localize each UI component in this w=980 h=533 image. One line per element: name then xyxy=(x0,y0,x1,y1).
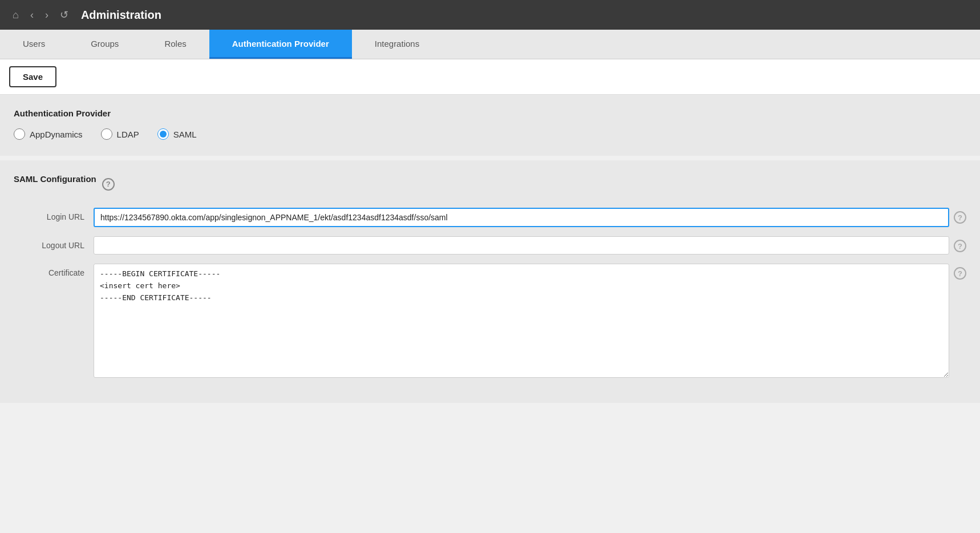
certificate-help-icon[interactable]: ? xyxy=(954,267,966,280)
login-url-field-wrap: ? xyxy=(94,208,966,227)
back-icon[interactable]: ‹ xyxy=(27,7,37,23)
logout-url-label: Logout URL xyxy=(14,236,94,250)
logout-url-input[interactable] xyxy=(94,236,949,255)
logout-url-help-icon[interactable]: ? xyxy=(954,240,966,252)
logout-url-row: Logout URL ? xyxy=(14,236,966,255)
radio-saml-input[interactable] xyxy=(157,128,169,140)
certificate-label: Certificate xyxy=(14,264,94,277)
login-url-label: Login URL xyxy=(14,208,94,221)
tab-users[interactable]: Users xyxy=(0,30,68,59)
saml-title: SAML Configuration xyxy=(14,174,96,184)
radio-ldap-input[interactable] xyxy=(101,128,112,140)
radio-ldap-label: LDAP xyxy=(117,130,139,139)
tab-roles[interactable]: Roles xyxy=(141,30,209,59)
saml-section: SAML Configuration ? Login URL ? Logout … xyxy=(0,160,980,403)
login-url-input[interactable] xyxy=(94,208,949,227)
refresh-icon[interactable]: ↺ xyxy=(56,6,72,23)
auth-provider-title: Authentication Provider xyxy=(14,108,966,118)
certificate-field-wrap: ? xyxy=(94,264,966,378)
tab-bar: Users Groups Roles Authentication Provid… xyxy=(0,30,980,59)
radio-appdynamics-input[interactable] xyxy=(14,128,25,140)
certificate-textarea[interactable] xyxy=(94,264,949,378)
radio-ldap[interactable]: LDAP xyxy=(101,128,139,140)
logout-url-field-wrap: ? xyxy=(94,236,966,255)
saml-title-row: SAML Configuration ? xyxy=(14,174,966,194)
page-title: Administration xyxy=(81,9,161,22)
tab-groups[interactable]: Groups xyxy=(68,30,141,59)
radio-appdynamics[interactable]: AppDynamics xyxy=(14,128,83,140)
certificate-row: Certificate ? xyxy=(14,264,966,378)
toolbar: Save xyxy=(0,59,980,95)
top-bar: ⌂ ‹ › ↺ Administration xyxy=(0,0,980,30)
radio-saml-label: SAML xyxy=(173,130,197,139)
save-button[interactable]: Save xyxy=(9,66,56,87)
radio-appdynamics-label: AppDynamics xyxy=(30,130,83,139)
home-icon[interactable]: ⌂ xyxy=(9,7,22,23)
tab-auth-provider[interactable]: Authentication Provider xyxy=(209,30,352,59)
tab-integrations[interactable]: Integrations xyxy=(352,30,442,59)
auth-provider-radio-group: AppDynamics LDAP SAML xyxy=(14,128,966,140)
saml-help-icon[interactable]: ? xyxy=(102,178,115,191)
content: Authentication Provider AppDynamics LDAP… xyxy=(0,95,980,403)
radio-saml[interactable]: SAML xyxy=(157,128,197,140)
auth-provider-section: Authentication Provider AppDynamics LDAP… xyxy=(0,95,980,156)
login-url-help-icon[interactable]: ? xyxy=(954,211,966,224)
login-url-row: Login URL ? xyxy=(14,208,966,227)
forward-icon[interactable]: › xyxy=(42,7,52,23)
